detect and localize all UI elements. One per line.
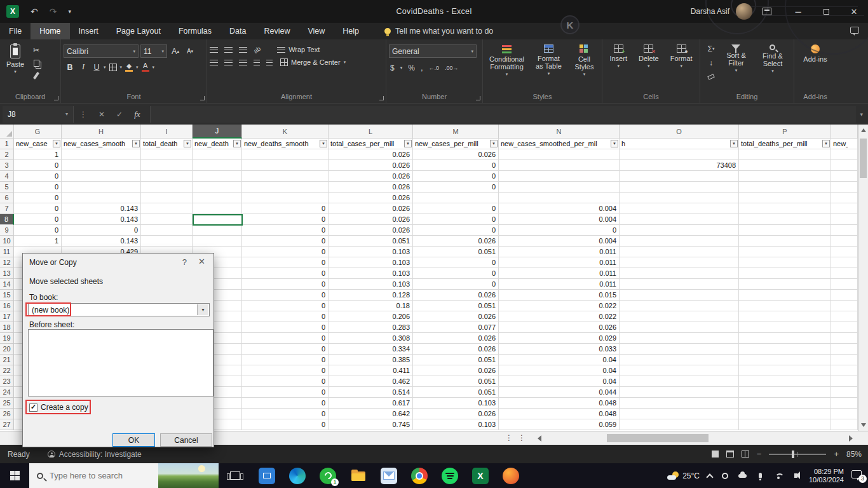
tab-file[interactable]: File [0,23,31,39]
row-header-18[interactable]: 18 [0,322,14,333]
cell-L14[interactable]: 0.103 [329,279,413,290]
cell-H4[interactable] [62,171,141,182]
column-header-M[interactable]: M [413,125,499,139]
app-icon-whatsapp[interactable]: 1 [320,468,336,484]
cell-J3[interactable] [193,160,242,171]
align-left-icon[interactable] [210,60,218,65]
cell-O23[interactable] [620,376,739,387]
align-middle-icon[interactable] [224,47,233,53]
cell-P9[interactable] [739,225,831,236]
orientation-icon[interactable]: ab [252,44,262,54]
cell-J9[interactable] [193,225,242,236]
align-right-icon[interactable] [239,60,247,65]
cell-I2[interactable] [141,149,193,160]
cell-Q8[interactable] [831,214,858,225]
cell-N14[interactable]: 0.011 [499,279,620,290]
cell-G8[interactable]: 0 [14,214,62,225]
filter-dropdown-J[interactable]: ▼ [233,140,241,147]
cell-P16[interactable] [739,301,831,311]
cell-Q17[interactable] [831,311,858,322]
cell-L23[interactable]: 0.462 [329,376,413,387]
cell-P22[interactable] [739,365,831,376]
expand-formula-bar-icon[interactable]: ▾ [860,111,863,118]
cell-L12[interactable]: 0.103 [329,257,413,268]
cell-O26[interactable] [620,409,739,419]
column-header-N[interactable]: N [499,125,620,139]
cell-O25[interactable] [620,398,739,409]
cell-N2[interactable] [499,149,620,160]
underline-chevron-icon[interactable]: ▾ [104,65,106,69]
cell-Q26[interactable] [831,409,858,419]
cell-N15[interactable]: 0.015 [499,290,620,301]
cell-L19[interactable]: 0.308 [329,333,413,344]
row-header-19[interactable]: 19 [0,333,14,344]
filter-dropdown-L[interactable]: ▼ [404,140,412,147]
cell-K16[interactable]: 0 [242,301,329,311]
horizontal-scroll-thumb[interactable] [607,434,709,442]
cell-K12[interactable]: 0 [242,257,329,268]
cell-M16[interactable]: 0.051 [413,301,499,311]
cell-P8[interactable] [739,214,831,225]
cell-Q11[interactable] [831,247,858,257]
cell-P12[interactable] [739,257,831,268]
app-icon-excel[interactable]: X [472,468,489,484]
row-header-7[interactable]: 7 [0,203,14,214]
tab-insert[interactable]: Insert [70,23,107,39]
zoom-out-button[interactable]: − [757,449,762,459]
close-button[interactable]: ✕ [840,0,868,23]
row-header-11[interactable]: 11 [0,247,14,257]
decrease-indent-icon[interactable] [254,60,260,65]
app-icon-file-explorer[interactable] [350,468,367,484]
row-header-1[interactable]: 1 [0,139,14,149]
cancel-button[interactable]: Cancel [160,433,212,447]
cell-N25[interactable]: 0.048 [499,398,620,409]
comma-style-icon[interactable]: , [421,63,423,72]
row-header-10[interactable]: 10 [0,236,14,247]
cell-O7[interactable] [620,203,739,214]
cell-Q22[interactable] [831,365,858,376]
cell-N9[interactable]: 0 [499,225,620,236]
increase-font-size-icon[interactable]: A▴ [169,45,182,57]
cell-Q7[interactable] [831,203,858,214]
cell-L21[interactable]: 0.385 [329,355,413,365]
cell-O3[interactable]: 73408 [620,160,739,171]
cell-O15[interactable] [620,290,739,301]
cell-Q24[interactable] [831,387,858,398]
column-header-I[interactable]: I [141,125,193,139]
cell-N16[interactable]: 0.022 [499,301,620,311]
cell-M27[interactable]: 0.103 [413,419,499,430]
quick-access-chevron-icon[interactable]: ▾ [68,8,71,15]
cell-J5[interactable] [193,182,242,193]
increase-decimal-icon[interactable]: ←.0 [429,65,440,71]
normal-view-icon[interactable] [712,451,719,458]
tab-formulas[interactable]: Formulas [170,23,220,39]
ok-button[interactable]: OK [112,433,155,447]
cell-O27[interactable] [620,419,739,430]
tab-view[interactable]: View [299,23,334,39]
cell-M19[interactable]: 0.026 [413,333,499,344]
font-dialog-launcher-icon[interactable] [200,96,205,100]
row-header-9[interactable]: 9 [0,225,14,236]
app-icon-mail[interactable] [381,468,397,484]
alignment-dialog-launcher-icon[interactable] [379,96,384,100]
cell-M3[interactable]: 0 [413,160,499,171]
cell-O4[interactable] [620,171,739,182]
cell-styles-button[interactable]: Cell Styles ▾ [569,42,599,79]
row-header-13[interactable]: 13 [0,268,14,279]
ribbon-display-options-icon[interactable] [763,8,771,15]
cell-N21[interactable]: 0.04 [499,355,620,365]
cell-O22[interactable] [620,365,739,376]
cell-M9[interactable]: 0 [413,225,499,236]
cell-M2[interactable]: 0.026 [413,149,499,160]
user-avatar[interactable] [736,3,752,20]
cell-L4[interactable]: 0.026 [329,171,413,182]
cell-L25[interactable]: 0.617 [329,398,413,409]
number-format-select[interactable]: General▾ [389,44,477,58]
cell-M7[interactable]: 0 [413,203,499,214]
cell-P10[interactable] [739,236,831,247]
wrap-text-button[interactable]: Wrap Text [277,46,320,53]
cell-K18[interactable]: 0 [242,322,329,333]
cell-N17[interactable]: 0.022 [499,311,620,322]
scroll-left-icon[interactable] [538,435,541,442]
cell-O14[interactable] [620,279,739,290]
